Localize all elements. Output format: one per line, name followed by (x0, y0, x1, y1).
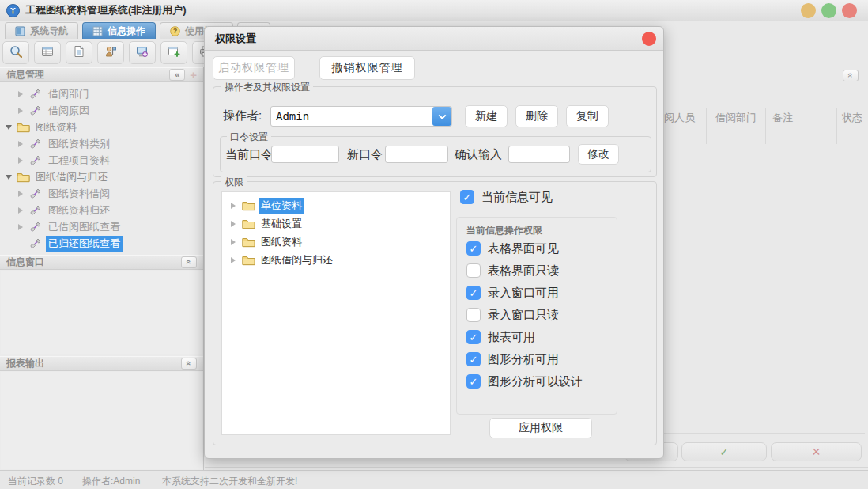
collapse-arrow-icon[interactable] (6, 125, 16, 130)
tree-item-图纸资料[interactable]: 图纸资料 (225, 233, 447, 251)
cancel-button[interactable]: × (771, 442, 862, 461)
expand-arrow-icon[interactable] (18, 224, 28, 230)
tree-item-图纸借阅与归还[interactable]: 图纸借阅与归还 (0, 169, 203, 185)
window-add-button[interactable] (160, 41, 187, 64)
minimize-light[interactable] (801, 3, 816, 18)
checkbox-当前信息可见[interactable]: ✓当前信息可见 (460, 188, 553, 206)
collapse-main-panel-icon[interactable]: « (843, 70, 859, 82)
checked-checkbox-icon[interactable]: ✓ (466, 352, 481, 366)
document-button[interactable] (66, 41, 92, 64)
checkbox-表格界面可见[interactable]: ✓表格界面可见 (466, 240, 617, 257)
expand-arrow-icon[interactable] (231, 257, 241, 263)
document-icon (73, 45, 85, 61)
column-header-状态[interactable]: 状态 (842, 111, 862, 125)
checkbox-label: 报表可用 (488, 330, 535, 345)
add-icon[interactable]: + (190, 68, 197, 82)
operation-permission-group: 当前信息操作权限 ✓表格界面可见表格界面只读✓录入窗口可用录入窗口只读✓报表可用… (456, 217, 617, 415)
help-icon: ? (170, 26, 180, 36)
password-input-确认输入[interactable] (508, 146, 570, 163)
tree-item-label: 图纸资料归还 (46, 203, 112, 218)
tree-item-工程项目资料[interactable]: 工程项目资料 (0, 152, 203, 169)
tab-信息操作[interactable]: 信息操作 (82, 22, 156, 39)
expand-arrow-icon[interactable] (18, 141, 28, 147)
grid-icon (92, 26, 103, 36)
monitor-globe-button[interactable] (129, 41, 156, 64)
expand-arrow-icon[interactable] (231, 239, 241, 245)
modify-password-button[interactable]: 修改 (578, 144, 619, 165)
checkbox-label: 图形分析可用 (488, 352, 559, 367)
checkbox-图形分析可以设计[interactable]: ✓图形分析可以设计 (466, 373, 617, 390)
tree-item-图纸资料归还[interactable]: 图纸资料归还 (0, 202, 203, 218)
checked-checkbox-icon[interactable]: ✓ (460, 190, 474, 204)
close-light[interactable] (842, 3, 857, 18)
password-field-label: 新口令 (347, 147, 383, 162)
expand-arrow-icon[interactable] (18, 191, 28, 197)
tree-item-图纸资料[interactable]: 图纸资料 (0, 119, 203, 135)
collapse-up-icon[interactable]: « (181, 256, 197, 268)
button-删除[interactable]: 删除 (515, 105, 558, 127)
checkbox-label: 录入窗口可用 (488, 286, 559, 301)
checked-checkbox-icon[interactable]: ✓ (466, 330, 481, 344)
tree-item-图纸资料类别[interactable]: 图纸资料类别 (0, 135, 203, 152)
unchecked-checkbox-icon[interactable] (466, 263, 481, 278)
button-启动权限管理[interactable]: 启动权限管理 (213, 56, 295, 80)
checkbox-录入窗口只读[interactable]: 录入窗口只读 (466, 306, 617, 324)
password-field-label: 确认输入 (455, 147, 502, 162)
user-flag-button[interactable] (97, 41, 124, 64)
tree-item-已借阅图纸查看[interactable]: 已借阅图纸查看 (0, 218, 203, 235)
tree-item-基础设置[interactable]: 基础设置 (225, 214, 447, 233)
expand-arrow-icon[interactable] (231, 221, 241, 227)
expand-arrow-icon[interactable] (18, 157, 28, 164)
collapse-left-icon[interactable]: « (169, 69, 185, 81)
tab-系统导航[interactable]: 系统导航 (5, 22, 78, 39)
operator-status: 操作者:Admin (82, 475, 140, 488)
operator-select[interactable]: Admin (270, 106, 452, 127)
expand-arrow-icon[interactable] (18, 207, 28, 214)
dialog-title-bar[interactable]: 权限设置 (205, 27, 663, 51)
button-新建[interactable]: 新建 (465, 105, 508, 127)
button-撤销权限管理[interactable]: 撤销权限管理 (319, 56, 415, 80)
confirm-button[interactable]: ✓ (681, 442, 767, 461)
tree-item-已归还图纸查看[interactable]: 已归还图纸查看 (0, 235, 203, 252)
expand-arrow-icon[interactable] (18, 91, 28, 97)
operator-group-title: 操作者及其权限设置 (221, 81, 313, 94)
password-input-当前口令[interactable] (271, 146, 339, 163)
password-input-新口令[interactable] (385, 146, 448, 163)
maximize-light[interactable] (821, 3, 836, 18)
table-list-button[interactable] (34, 41, 61, 64)
search-button[interactable] (2, 41, 29, 64)
tree-item-借阅原因[interactable]: 借阅原因 (0, 102, 203, 119)
dialog-close-icon[interactable] (642, 32, 656, 46)
tree-item-label: 已归还图纸查看 (46, 236, 123, 252)
expand-arrow-icon[interactable] (231, 203, 241, 209)
checkbox-录入窗口可用[interactable]: ✓录入窗口可用 (466, 284, 617, 301)
column-header-备注[interactable]: 备注 (772, 111, 793, 125)
tree-item-label: 图纸资料类别 (46, 136, 112, 152)
tool-icon (29, 237, 43, 249)
chevron-down-icon[interactable] (432, 107, 451, 126)
unchecked-checkbox-icon[interactable] (466, 308, 481, 322)
collapse-up-icon[interactable]: « (181, 358, 197, 370)
panel-title: 信息窗口 (6, 256, 44, 269)
folder-icon (242, 199, 255, 211)
panel-header-report-output: 报表输出 « (0, 356, 203, 371)
checkbox-表格界面只读[interactable]: 表格界面只读 (466, 262, 617, 279)
checked-checkbox-icon[interactable]: ✓ (466, 374, 481, 389)
panel-title: 信息管理 (6, 68, 44, 82)
operator-label: 操作者: (223, 108, 262, 123)
column-header-借阅部门[interactable]: 借阅部门 (715, 111, 757, 125)
tree-item-图纸借阅与归还[interactable]: 图纸借阅与归还 (225, 251, 447, 269)
checked-checkbox-icon[interactable]: ✓ (466, 286, 481, 300)
checked-checkbox-icon[interactable]: ✓ (466, 241, 481, 256)
checkbox-报表可用[interactable]: ✓报表可用 (466, 328, 617, 346)
expand-arrow-icon[interactable] (18, 108, 28, 114)
checkbox-图形分析可用[interactable]: ✓图形分析可用 (466, 351, 617, 368)
apply-permission-button[interactable]: 应用权限 (489, 418, 592, 438)
tree-item-单位资料[interactable]: 单位资料 (225, 196, 447, 214)
collapse-arrow-icon[interactable] (6, 175, 16, 180)
button-复制[interactable]: 复制 (566, 105, 609, 127)
tree-item-图纸资料借阅[interactable]: 图纸资料借阅 (0, 185, 203, 202)
tool-icon (29, 104, 43, 116)
app-logo-icon (6, 4, 20, 17)
tree-item-借阅部门[interactable]: 借阅部门 (0, 85, 203, 102)
